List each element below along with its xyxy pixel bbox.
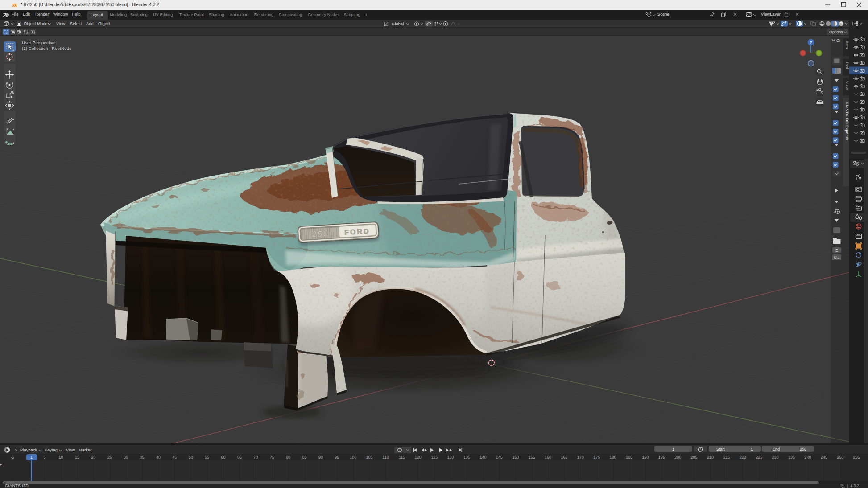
svg-text:GI: GI — [836, 38, 841, 43]
svg-text:E: E — [835, 248, 838, 253]
svg-text:250: 250 — [311, 229, 329, 239]
svg-text:FORD: FORD — [344, 227, 370, 236]
svg-text:Global: Global — [392, 22, 404, 26]
svg-text:U...: U... — [834, 255, 839, 260]
svg-text:Z: Z — [810, 41, 812, 45]
